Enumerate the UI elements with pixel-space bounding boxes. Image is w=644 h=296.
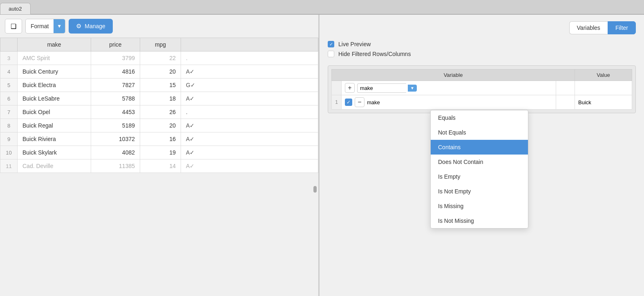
row-price: 5788 — [91, 92, 140, 105]
row-extra: G✓ — [181, 78, 318, 92]
dropdown-item[interactable]: Is Empty — [431, 169, 528, 184]
dropdown-item[interactable]: Equals — [431, 110, 528, 125]
filter-add-row: + ▼ — [332, 81, 632, 95]
col-header-extra — [181, 38, 318, 52]
new-file-button[interactable]: ❑ — [5, 19, 22, 34]
row-mpg: 18 — [140, 92, 181, 105]
row-num: 6 — [0, 92, 18, 105]
table-row: 5 Buick Electra 7827 15 G✓ — [0, 78, 318, 92]
filter-add-spacer — [332, 81, 342, 95]
live-preview-label: Live Preview — [338, 41, 371, 47]
table-header-row: make price mpg — [0, 38, 318, 52]
row-mpg: 15 — [140, 78, 181, 92]
dropdown-item[interactable]: Is Missing — [431, 199, 528, 213]
gear-icon: ⚙ — [76, 22, 81, 30]
row-extra: . — [181, 105, 318, 119]
col-header-price: price — [91, 38, 140, 52]
toolbar: ❑ Format ▼ ⚙ Manage — [0, 15, 318, 38]
row-num: 10 — [0, 146, 18, 159]
panel-top-buttons: Variables Filter — [328, 21, 636, 34]
scroll-indicator — [313, 186, 317, 193]
row-num: 3 — [0, 52, 18, 65]
row-extra: . — [181, 52, 318, 65]
variable-dropdown-arrow[interactable]: ▼ — [408, 85, 417, 92]
dropdown-item[interactable]: Is Not Empty — [431, 184, 528, 199]
filter-row-condition — [556, 95, 575, 110]
row-price: 4082 — [91, 146, 140, 159]
row-extra: A✓ — [181, 146, 318, 159]
data-table: make price mpg 3 AMC Spirit 3799 22 . 4 … — [0, 38, 318, 173]
row-make: AMC Spirit — [18, 52, 91, 65]
filter-row-checkbox[interactable]: ✓ — [345, 99, 352, 106]
row-price: 11385 — [91, 159, 140, 173]
hide-filtered-row: Hide Filtered Rows/Columns — [328, 51, 636, 57]
filter-add-group: + ▼ — [345, 83, 552, 93]
filter-row-value: Buick — [575, 95, 632, 110]
live-preview-checkbox[interactable]: ✓ — [328, 41, 334, 47]
format-button[interactable]: Format ▼ — [25, 19, 65, 34]
add-filter-button[interactable]: + — [345, 83, 355, 93]
table-row: 6 Buick LeSabre 5788 18 A✓ — [0, 92, 318, 105]
row-make: Buick Riviera — [18, 132, 91, 146]
row-mpg: 22 — [140, 52, 181, 65]
row-num: 7 — [0, 105, 18, 119]
row-make: Buick Regal — [18, 119, 91, 132]
table-row: 3 AMC Spirit 3799 22 . — [0, 52, 318, 65]
filter-row-group: ✓ − make — [345, 97, 552, 107]
variable-input-add[interactable] — [357, 83, 406, 93]
manage-label: Manage — [85, 23, 105, 29]
file-icon: ❑ — [11, 22, 16, 30]
row-num: 4 — [0, 65, 18, 78]
row-mpg: 19 — [140, 146, 181, 159]
row-mpg: 16 — [140, 132, 181, 146]
table-row: 10 Buick Skylark 4082 19 A✓ — [0, 146, 318, 159]
manage-button[interactable]: ⚙ Manage — [69, 19, 113, 34]
row-make: Buick Century — [18, 65, 91, 78]
hide-filtered-label: Hide Filtered Rows/Columns — [338, 51, 411, 57]
row-extra: A✓ — [181, 119, 318, 132]
filter-add-value — [575, 81, 632, 95]
row-mpg: 14 — [140, 159, 181, 173]
filter-col-value: Value — [575, 70, 632, 81]
filter-row-cell: ✓ − make — [342, 95, 556, 110]
row-make: Buick Opel — [18, 105, 91, 119]
format-label: Format — [26, 23, 54, 29]
variables-button[interactable]: Variables — [569, 21, 608, 34]
row-price: 10372 — [91, 132, 140, 146]
table-row: 4 Buick Century 4816 20 A✓ — [0, 65, 318, 78]
row-mpg: 20 — [140, 119, 181, 132]
row-num: 5 — [0, 78, 18, 92]
filter-table: Variable Value + ▼ — [331, 69, 632, 110]
filter-row-num: 1 — [332, 95, 342, 110]
tab-bar: auto2 — [0, 0, 644, 15]
condition-dropdown-menu: EqualsNot EqualsContainsDoes Not Contain… — [430, 110, 528, 229]
format-dropdown-arrow[interactable]: ▼ — [54, 19, 65, 33]
dropdown-item[interactable]: Not Equals — [431, 125, 528, 140]
data-table-wrapper: make price mpg 3 AMC Spirit 3799 22 . 4 … — [0, 38, 318, 296]
filter-button[interactable]: Filter — [608, 21, 636, 34]
filter-row-1: 1 ✓ − make Buick — [332, 95, 632, 110]
row-mpg: 26 — [140, 105, 181, 119]
right-panel: Variables Filter ✓ Live Preview Hide Fil… — [320, 15, 644, 296]
table-row: 8 Buick Regal 5189 20 A✓ — [0, 119, 318, 132]
row-make: Cad. Deville — [18, 159, 91, 173]
main-area: ❑ Format ▼ ⚙ Manage make price mpg — [0, 15, 644, 296]
table-row: 11 Cad. Deville 11385 14 A✓ — [0, 159, 318, 173]
live-preview-row: ✓ Live Preview — [328, 41, 636, 47]
variable-input-group: ▼ — [357, 83, 417, 93]
filter-add-cell: + ▼ — [342, 81, 556, 95]
remove-filter-button[interactable]: − — [355, 97, 364, 107]
row-make: Buick Electra — [18, 78, 91, 92]
row-extra: A✓ — [181, 65, 318, 78]
filter-add-condition — [556, 81, 575, 95]
dropdown-item[interactable]: Is Not Missing — [431, 213, 528, 228]
row-extra: A✓ — [181, 92, 318, 105]
hide-filtered-checkbox[interactable] — [328, 51, 334, 57]
filter-row-variable: make — [367, 99, 380, 105]
row-price: 3799 — [91, 52, 140, 65]
table-row: 9 Buick Riviera 10372 16 A✓ — [0, 132, 318, 146]
dropdown-item[interactable]: Does Not Contain — [431, 155, 528, 169]
tab-auto2[interactable]: auto2 — [0, 3, 31, 14]
dropdown-item[interactable]: Contains — [431, 140, 528, 155]
row-price: 5189 — [91, 119, 140, 132]
